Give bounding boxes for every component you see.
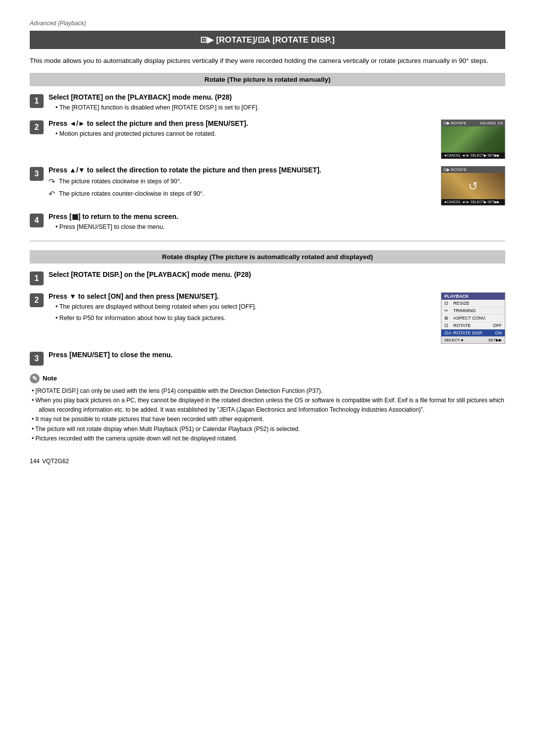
step-3-image: ⊡▶ ROTATE ↺ ◄CANCEL ◄/► SELECT▶ SET▶▶ — [441, 166, 505, 206]
playback-menu-image: PLAYBACK ⊡ RESIZE ✂ TRIMMING ⊞ ASPECT CO… — [441, 292, 505, 344]
rotate-disp-label: ROTATE DISP. — [453, 330, 495, 335]
step-3-title: Press ▲/▼ to select the direction to rot… — [49, 166, 435, 174]
step-disp-2-with-image: Press ▼ to select [ON] and then press [M… — [49, 292, 505, 344]
resize-label: RESIZE — [453, 301, 502, 306]
step-number-2: 2 — [30, 120, 44, 134]
pb-menu-row-aspect: ⊞ ASPECT CONV. — [441, 315, 505, 322]
step-rotate-2: 2 Press ◄/► to select the picture and th… — [30, 119, 505, 159]
step-3-sub-2-text: The picture rotates counter-clockwise in… — [59, 189, 204, 199]
step-disp-1-title: Select [ROTATE DISP.] on the [PLAYBACK] … — [49, 270, 505, 278]
step-4-content: Press [▦] to return to the menu screen. … — [49, 213, 505, 232]
step-3-sub-1-text: The picture rotates clockwise in steps o… — [59, 177, 181, 186]
rotate-visual-icon: ↺ — [468, 179, 478, 193]
step-disp-2-note-1: The pictures are displayed without being… — [55, 302, 435, 312]
pb-menu-footer: SELECT◄ SET▶▶ — [441, 337, 505, 343]
rotate-disp-value: ON — [495, 330, 502, 335]
notes-section: ✎ Note [ROTATE DISP.] can only be used w… — [30, 374, 505, 443]
step-rotate-3: 3 Press ▲/▼ to select the direction to r… — [30, 166, 505, 206]
section1-header: Rotate (The picture is rotated manually) — [30, 73, 505, 86]
step-disp-3-title: Press [MENU/SET] to close the menu. — [49, 351, 505, 359]
step-number-1: 1 — [30, 94, 44, 108]
step-rotate-4: 4 Press [▦] to return to the menu screen… — [30, 213, 505, 232]
note-item-5: Pictures recorded with the camera upside… — [32, 434, 505, 443]
step-1-note: The [ROTATE] function is disabled when [… — [55, 103, 505, 112]
step-2-content: Press ◄/► to select the picture and then… — [49, 119, 505, 159]
step-disp-3-content: Press [MENU/SET] to close the menu. — [49, 351, 505, 361]
step-2-title: Press ◄/► to select the picture and then… — [49, 119, 435, 127]
img1-top-left: ⊡▶ ROTATE — [443, 121, 466, 125]
img2-top-bar: ⊡▶ ROTATE — [441, 166, 505, 173]
trimming-label: TRIMMING — [453, 308, 502, 313]
aspect-label: ASPECT CONV. — [453, 316, 502, 321]
note-item-4: The picture will not rotate display when… — [32, 425, 505, 434]
step-disp-number-1: 1 — [30, 271, 44, 285]
step-rotate-1: 1 Select [ROTATE] on the [PLAYBACK] mode… — [30, 93, 505, 112]
step-2-inner: Press ◄/► to select the picture and then… — [49, 119, 435, 139]
rotate-icon: ⊡ — [444, 323, 451, 328]
step-1-title: Select [ROTATE] on the [PLAYBACK] mode m… — [49, 93, 505, 101]
step-number-3: 3 — [30, 167, 44, 181]
step-disp-2: 2 Press ▼ to select [ON] and then press … — [30, 292, 505, 344]
note-item-1: [ROTATE DISP.] can only be used with the… — [32, 386, 505, 396]
intro-text: This mode allows you to automatically di… — [30, 56, 505, 66]
img1-bottom-bar: ◄CANCEL ◄/► SELECT▶ SET▶▶ — [441, 153, 505, 159]
img2-bottom: ◄CANCEL ◄/► SELECT▶ SET▶▶ — [443, 200, 499, 204]
step-disp-2-note-2: Refer to P50 for information about how t… — [55, 314, 435, 323]
img2-bottom-bar: ◄CANCEL ◄/► SELECT▶ SET▶▶ — [441, 199, 505, 205]
img1-top-right: 100-0001 1/9 — [480, 121, 503, 125]
note-title-row: ✎ Note — [30, 374, 505, 383]
step-3-sub-2: ↶ The picture rotates counter-clockwise … — [49, 189, 435, 199]
note-item-3: It may not be possible to rotate picture… — [32, 415, 505, 424]
step-3-sub-1: ↷ The picture rotates clockwise in steps… — [49, 177, 435, 186]
pb-menu-header: PLAYBACK — [441, 293, 505, 300]
step-3-with-image: Press ▲/▼ to select the direction to rot… — [49, 166, 505, 206]
pb-footer-left: SELECT◄ — [444, 338, 464, 342]
pb-menu-row-rotate-disp: ⊡A ROTATE DISP. ON — [441, 329, 505, 337]
img2-top-left: ⊡▶ ROTATE — [443, 167, 466, 172]
rotate-label: ROTATE — [453, 323, 493, 328]
note-item-2: When you play back pictures on a PC, the… — [32, 396, 505, 415]
img2-main: ↺ — [441, 173, 505, 199]
page-code: VQT2G62 — [42, 458, 69, 465]
pb-footer-right: SET▶▶ — [488, 338, 502, 342]
divider — [30, 241, 505, 241]
step-disp-2-inner: Press ▼ to select [ON] and then press [M… — [49, 292, 435, 323]
note-label: Note — [43, 375, 57, 382]
clockwise-arrow-icon: ↷ — [49, 177, 55, 186]
step-disp-number-3: 3 — [30, 352, 44, 366]
page-number: 144 VQT2G62 — [30, 455, 505, 466]
step-disp-2-title: Press ▼ to select [ON] and then press [M… — [49, 292, 435, 300]
pb-menu-row-resize: ⊡ RESIZE — [441, 300, 505, 307]
step-2-note: Motion pictures and protected pictures c… — [55, 129, 435, 139]
rotate-disp-icon: ⊡A — [444, 330, 451, 335]
page-title: ⊡▶ [ROTATE]/⊡A [ROTATE DISP.] — [30, 31, 505, 49]
step-4-note: Press [MENU/SET] to close the menu. — [55, 222, 505, 232]
step-number-4: 4 — [30, 214, 44, 227]
step-disp-number-2: 2 — [30, 293, 44, 307]
aspect-icon: ⊞ — [444, 316, 451, 321]
pb-menu-row-rotate: ⊡ ROTATE OFF — [441, 322, 505, 329]
resize-icon: ⊡ — [444, 301, 451, 306]
step-1-content: Select [ROTATE] on the [PLAYBACK] mode m… — [49, 93, 505, 112]
section2-header: Rotate display (The picture is automatic… — [30, 250, 505, 264]
note-pencil-icon: ✎ — [30, 374, 40, 383]
img1-bottom: ◄CANCEL ◄/► SELECT▶ SET▶▶ — [443, 154, 499, 158]
img1-top-bar: ⊡▶ ROTATE 100-0001 1/9 — [441, 120, 505, 126]
step-3-inner: Press ▲/▼ to select the direction to rot… — [49, 166, 435, 199]
breadcrumb: Advanced (Playback) — [30, 20, 505, 27]
step-2-image: ⊡▶ ROTATE 100-0001 1/9 ◄CANCEL ◄/► SELEC… — [441, 119, 505, 159]
step-disp-1: 1 Select [ROTATE DISP.] on the [PLAYBACK… — [30, 270, 505, 285]
pb-menu-row-trimming: ✂ TRIMMING — [441, 307, 505, 315]
step-disp-1-content: Select [ROTATE DISP.] on the [PLAYBACK] … — [49, 270, 505, 280]
step-disp-2-content: Press ▼ to select [ON] and then press [M… — [49, 292, 505, 344]
step-2-with-image: Press ◄/► to select the picture and then… — [49, 119, 505, 159]
step-4-title: Press [▦] to return to the menu screen. — [49, 213, 505, 220]
img1-main — [441, 126, 505, 153]
counter-clockwise-arrow-icon: ↶ — [49, 189, 55, 199]
step-disp-3: 3 Press [MENU/SET] to close the menu. — [30, 351, 505, 366]
rotate-value: OFF — [493, 323, 502, 328]
step-3-content: Press ▲/▼ to select the direction to rot… — [49, 166, 505, 206]
trimming-icon: ✂ — [444, 308, 451, 313]
